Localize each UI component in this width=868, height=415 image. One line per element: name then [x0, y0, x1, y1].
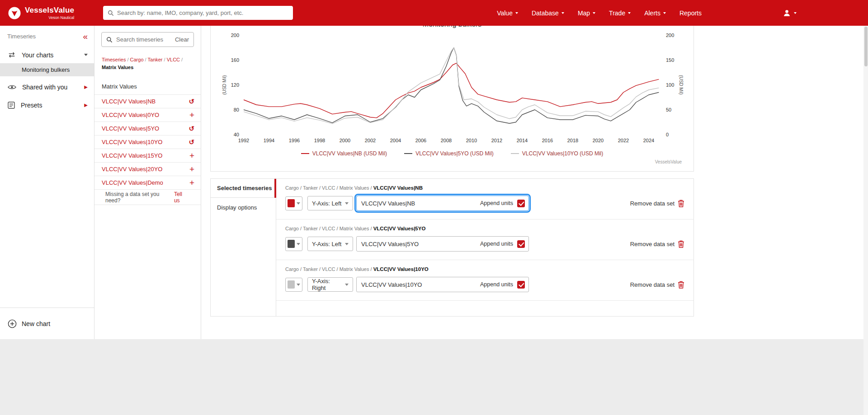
clear-search-button[interactable]: Clear — [175, 36, 189, 43]
nav-database[interactable]: Database — [532, 9, 564, 17]
timeseries-item[interactable]: VLCC|VV Values|15YO+ — [94, 149, 201, 163]
tell-us-link[interactable]: Tell us — [174, 191, 189, 204]
sidebar-item-shared-with-you[interactable]: Shared with you ▶ — [0, 79, 94, 95]
timeseries-item[interactable]: VLCC|VV Values|Demo+ — [94, 176, 201, 190]
svg-text:2022: 2022 — [618, 138, 629, 143]
collapse-sidebar-icon[interactable]: « — [83, 32, 88, 41]
append-units-checkbox[interactable] — [517, 200, 525, 207]
trash-icon — [678, 240, 684, 248]
breadcrumb-link[interactable]: Tanker — [148, 57, 163, 62]
nav-label: Database — [532, 9, 559, 17]
series-label-input[interactable] — [358, 200, 480, 207]
brand-logo[interactable]: VesselsValue Veson Nautical — [8, 6, 74, 20]
nav-value[interactable]: Value — [497, 9, 518, 17]
brand-subtitle: Veson Nautical — [25, 15, 74, 20]
nav-reports[interactable]: Reports — [679, 9, 702, 17]
account-menu[interactable] — [783, 0, 797, 26]
add-icon[interactable]: + — [189, 151, 194, 160]
y-axis-select[interactable]: Y-Axis: Left — [307, 237, 353, 251]
svg-text:1998: 1998 — [314, 138, 325, 143]
chevron-right-icon: ▶ — [84, 84, 88, 89]
nav-alerts[interactable]: Alerts — [644, 9, 666, 17]
timeseries-search-input[interactable] — [116, 36, 175, 43]
panel-tabs: Selected timeseries Display options — [211, 179, 276, 316]
timeseries-item[interactable]: VLCC|VV Values|NB↺ — [94, 95, 201, 108]
legend-item[interactable]: VLCC|VV Values|NB (USD Mil) — [301, 150, 387, 157]
breadcrumb-link[interactable]: VLCC — [167, 57, 180, 62]
breadcrumb-link[interactable]: Timeseries — [102, 57, 126, 62]
tab-display-options[interactable]: Display options — [211, 198, 276, 217]
svg-text:40: 40 — [234, 132, 239, 137]
folder-matrix-values[interactable]: Matrix Values — [94, 79, 201, 95]
legend-swatch — [511, 153, 519, 154]
color-swatch — [288, 199, 295, 207]
timeseries-chart[interactable]: 1992199419961998200020022004200620082010… — [211, 26, 694, 148]
sidebar-item-presets[interactable]: Presets ▶ — [0, 97, 94, 113]
timeseries-item-label: VLCC|VV Values|15YO — [102, 152, 162, 159]
top-navigation-bar: VesselsValue Veson Nautical ValueDatabas… — [0, 0, 868, 26]
sidebar-item-monitoring-bulkers[interactable]: Monitoring bulkers — [0, 63, 94, 76]
presets-list-icon — [8, 102, 15, 109]
chevron-down-icon — [297, 202, 300, 205]
svg-text:(USD Mil): (USD Mil) — [679, 75, 684, 94]
append-units-checkbox[interactable] — [517, 240, 525, 248]
color-picker[interactable] — [285, 237, 302, 251]
sidebar-item-your-charts[interactable]: Your charts — [0, 47, 94, 63]
timeseries-item[interactable]: VLCC|VV Values|10YO↺ — [94, 135, 201, 149]
svg-text:2008: 2008 — [441, 138, 452, 143]
chevron-down-icon — [663, 12, 666, 14]
add-icon[interactable]: + — [189, 178, 194, 187]
undo-icon[interactable]: ↺ — [189, 98, 194, 106]
chevron-down-icon — [345, 284, 349, 286]
timeseries-item[interactable]: VLCC|VV Values|0YO+ — [94, 108, 201, 122]
chevron-down-icon — [297, 243, 300, 245]
svg-text:2004: 2004 — [390, 138, 401, 143]
y-axis-select[interactable]: Y-Axis: Right — [307, 277, 353, 292]
undo-icon[interactable]: ↺ — [189, 125, 194, 133]
nav-map[interactable]: Map — [578, 9, 595, 17]
timeseries-item-label: VLCC|VV Values|0YO — [102, 112, 159, 118]
brand-name: VesselsValue — [25, 6, 74, 15]
chevron-right-icon: ▶ — [84, 103, 88, 107]
series-label-input-group: Append units — [356, 277, 529, 292]
append-units-label: Append units — [480, 281, 513, 288]
global-search-input[interactable] — [117, 9, 288, 16]
svg-text:1992: 1992 — [238, 138, 249, 143]
dataset-breadcrumb: Cargo / Tanker / VLCC / Matrix Values / … — [285, 266, 684, 272]
timeseries-item[interactable]: VLCC|VV Values|20YO+ — [94, 163, 201, 176]
breadcrumb-separator: / — [163, 57, 167, 62]
series-label-input-group: Append units — [356, 196, 529, 211]
series-label-input-group: Append units — [356, 236, 529, 252]
dataset-row: Cargo / Tanker / VLCC / Matrix Values / … — [276, 219, 693, 260]
dataset-rows: Cargo / Tanker / VLCC / Matrix Values / … — [276, 179, 693, 301]
remove-dataset-button[interactable]: Remove data set — [630, 240, 684, 248]
y-axis-select[interactable]: Y-Axis: Left — [307, 196, 353, 210]
remove-dataset-button[interactable]: Remove data set — [630, 200, 684, 207]
svg-text:1996: 1996 — [289, 138, 300, 143]
search-icon — [106, 37, 113, 43]
breadcrumb-link[interactable]: Cargo — [130, 57, 144, 62]
new-chart-button[interactable]: New chart — [0, 308, 94, 339]
color-picker[interactable] — [285, 196, 302, 210]
tab-selected-timeseries[interactable]: Selected timeseries — [211, 179, 276, 198]
series-label-input[interactable] — [358, 281, 480, 288]
breadcrumb: Timeseries / Cargo / Tanker / VLCC / Mat… — [94, 47, 201, 71]
nav-trade[interactable]: Trade — [609, 9, 631, 17]
series-label-input[interactable] — [358, 241, 480, 247]
legend-item[interactable]: VLCC|VV Values|5YO (USD Mil) — [404, 150, 494, 157]
add-icon[interactable]: + — [189, 165, 194, 173]
legend-item[interactable]: VLCC|VV Values|10YO (USD Mil) — [511, 150, 603, 157]
scrollbar-thumb[interactable] — [864, 27, 868, 66]
remove-dataset-label: Remove data set — [630, 241, 675, 247]
color-picker[interactable] — [285, 278, 302, 292]
remove-dataset-button[interactable]: Remove data set — [630, 281, 684, 289]
sidebar-title: Timeseries — [7, 33, 36, 40]
timeseries-item[interactable]: VLCC|VV Values|5YO↺ — [94, 122, 201, 135]
append-units-checkbox[interactable] — [517, 281, 525, 289]
sidebar: Timeseries « Your charts Monitoring bulk… — [0, 26, 94, 339]
missing-dataset-text: Missing a data set you need? — [105, 191, 174, 204]
undo-icon[interactable]: ↺ — [189, 138, 194, 146]
add-icon[interactable]: + — [189, 111, 194, 119]
sidebar-item-label: Shared with you — [22, 84, 84, 91]
scrollbar[interactable] — [863, 26, 868, 415]
